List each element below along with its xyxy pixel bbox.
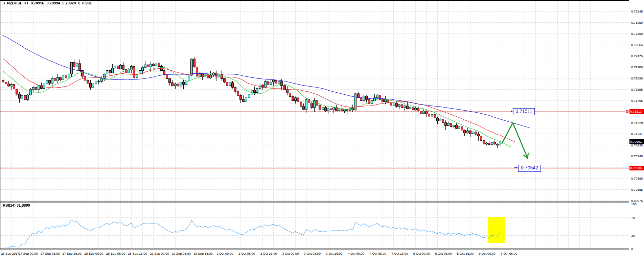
rsi-tick-label: 30 [631, 234, 635, 237]
time-tick-label: 27 Sep 16:00 [63, 252, 82, 255]
time-tick-label: 4 Oct 00:00 [348, 252, 364, 255]
price-tick-label: 0.70165 [631, 188, 643, 191]
time-tick-label: 4 Oct 16:00 [391, 252, 408, 255]
time-tick-label: 29 Sep 16:00 [193, 252, 213, 255]
price-tick-label: 0.71320 [631, 121, 643, 124]
time-tick-label: 5 Oct 00:00 [413, 252, 430, 255]
hline-price-tag-lower: 0.70536 [629, 166, 644, 170]
time-tick-label: 28 Sep 16:00 [128, 252, 147, 255]
chart-dropdown-icon[interactable]: ▼ [3, 2, 6, 5]
time-tick-label: 3 Oct 16:00 [326, 252, 342, 255]
price-callout-upper[interactable]: 0.71511 [513, 108, 535, 115]
ohlc-high: 0.70994 [47, 1, 60, 5]
trading-chart-window: ▼NZDUSD,H1 0.70956 0.70994 0.70920 0.709… [0, 0, 644, 257]
current-price-tag: 0.70991 [629, 139, 644, 144]
price-tick-label: 0.72665 [631, 43, 643, 47]
price-tick-label: 0.71895 [631, 88, 643, 91]
time-tick-label: 3 Oct 00:00 [282, 252, 299, 255]
rsi-tick-label: 0 [631, 247, 633, 251]
price-tick-label: 0.72860 [631, 31, 643, 35]
time-tick-label: 5 Oct 08:00 [435, 252, 452, 255]
rsi-indicator-label: RSI(14) 31.8890 [3, 203, 30, 207]
chart-canvas[interactable] [0, 0, 644, 257]
time-tick-label: 28 Sep 08:00 [106, 252, 125, 255]
time-tick-label: 29 Sep 08:00 [172, 252, 191, 255]
time-tick-label: 6 Oct 00:00 [479, 252, 496, 255]
time-tick-label: 27 Sep 08:00 [41, 252, 60, 255]
price-tick-label: 0.71705 [631, 98, 643, 102]
time-tick-label: 26 Sep 2017 [1, 252, 19, 255]
hline-price-tag-upper: 0.71513 [629, 109, 644, 114]
time-tick-label: 3 Oct 08:00 [304, 252, 321, 255]
price-tick-label: 0.73245 [631, 9, 643, 13]
time-tick-label: 29 Sep 00:00 [150, 252, 169, 255]
time-tick-label: 28 Sep 00:00 [84, 252, 104, 255]
ohlc-low: 0.70920 [63, 1, 76, 5]
time-tick-label: 2 Oct 16:00 [260, 252, 277, 255]
time-tick-label: 6 Oct 08:00 [501, 252, 517, 255]
price-tick-label: 0.70360 [631, 177, 643, 180]
symbol-period-label: NZDUSD,H1 [7, 1, 28, 5]
price-tick-label: 0.72280 [631, 65, 643, 69]
ohlc-open: 0.70956 [31, 1, 44, 5]
ohlc-close: 0.70991 [78, 1, 92, 5]
price-tick-label: 0.71130 [631, 132, 643, 136]
price-callout-lower[interactable]: 0.70542 [518, 165, 541, 172]
rsi-tick-label: 70 [631, 215, 635, 219]
time-tick-label: 2 Oct 00:00 [216, 252, 233, 255]
time-tick-label: 4 Oct 08:00 [370, 252, 386, 255]
rsi-tick-label: 100 [631, 202, 637, 206]
time-tick-label: 27 Sep 00:00 [19, 252, 38, 255]
price-tick-label: 0.70745 [631, 154, 643, 158]
price-axis-strip[interactable] [629, 0, 644, 250]
time-tick-label: 2 Oct 08:00 [238, 252, 255, 255]
price-tick-label: 0.72475 [631, 54, 643, 57]
chart-title: ▼NZDUSD,H1 0.70956 0.70994 0.70920 0.709… [3, 1, 93, 5]
price-tick-label: 0.73050 [631, 21, 643, 24]
price-tick-label: 0.72090 [631, 76, 643, 80]
time-tick-label: 5 Oct 16:00 [457, 252, 474, 255]
